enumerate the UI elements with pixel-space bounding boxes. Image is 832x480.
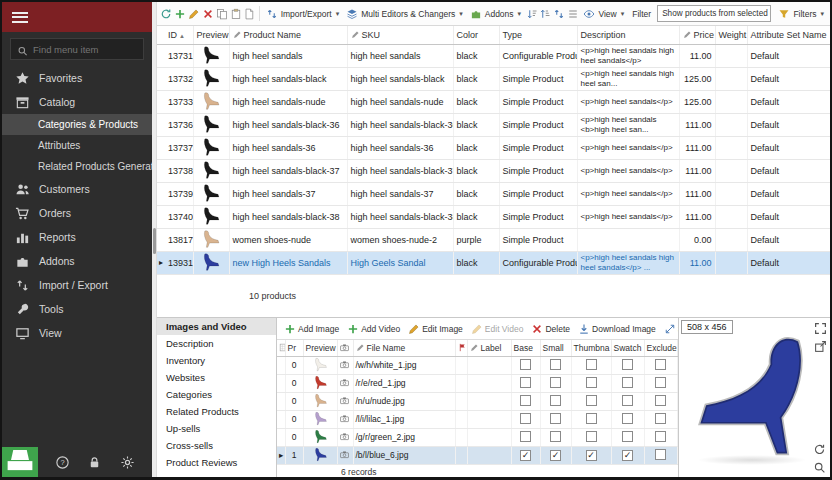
- exclude-checkbox[interactable]: [655, 377, 666, 388]
- view-menu[interactable]: View▾: [580, 6, 627, 22]
- multi-editors-menu[interactable]: Multi Editors & Changers▾: [343, 6, 466, 22]
- exclude-checkbox[interactable]: [655, 449, 666, 460]
- zoom-icon[interactable]: [813, 460, 826, 473]
- flag-column-header[interactable]: [455, 340, 467, 356]
- import-export-menu[interactable]: Import/Export▾: [263, 6, 343, 22]
- category-filter-select[interactable]: Show products from selected categories▾: [657, 5, 771, 22]
- image-row[interactable]: ▸1/b/l/blue_6.jpg✓✓✓✓: [277, 446, 677, 464]
- sort-asc-button[interactable]: [525, 5, 538, 23]
- image-row[interactable]: 0/n/u/nude.jpg: [277, 392, 677, 410]
- tab-images-and-video[interactable]: Images and Video: [157, 318, 276, 335]
- tab-categories[interactable]: Categories: [157, 386, 276, 403]
- small-checkbox[interactable]: [550, 377, 561, 388]
- sidebar-item-favorites[interactable]: Favorites: [2, 66, 152, 90]
- column-header-name[interactable]: Product Name: [229, 26, 347, 44]
- hamburger-menu-icon[interactable]: [12, 12, 28, 23]
- swatch-checkbox[interactable]: [622, 431, 633, 442]
- add-product-button[interactable]: [174, 5, 187, 23]
- sidebar-item-customers[interactable]: Customers: [2, 177, 152, 201]
- table-row[interactable]: 13731high heel sandalshigh heel sandalsb…: [157, 44, 830, 67]
- exclude-checkbox[interactable]: [655, 359, 666, 370]
- fullscreen-icon[interactable]: [814, 321, 827, 334]
- thumbnail-checkbox[interactable]: [586, 359, 597, 370]
- external-link-icon[interactable]: [814, 339, 827, 352]
- tab-product-reviews[interactable]: Product Reviews: [157, 454, 276, 471]
- column-header-base[interactable]: Base: [511, 340, 540, 356]
- add-video-button[interactable]: Add Video: [345, 321, 402, 337]
- camera-column-header[interactable]: [337, 340, 353, 356]
- column-header-label[interactable]: Label: [467, 340, 511, 356]
- small-checkbox[interactable]: [550, 413, 561, 424]
- column-header-color[interactable]: Color: [453, 26, 499, 44]
- column-header-description[interactable]: Description: [577, 26, 679, 44]
- tab-related-products[interactable]: Related Products: [157, 403, 276, 420]
- list-button[interactable]: [567, 5, 580, 23]
- column-header-exclude[interactable]: Exclude: [644, 340, 677, 356]
- delete-image-button[interactable]: Delete: [529, 321, 572, 337]
- thumbnail-checkbox[interactable]: [586, 377, 597, 388]
- base-checkbox[interactable]: ✓: [520, 450, 531, 461]
- small-checkbox[interactable]: [550, 395, 561, 406]
- column-header-position[interactable]: Pr: [285, 340, 303, 356]
- tab-inventory[interactable]: Inventory: [157, 352, 276, 369]
- sidebar-item-categories-products[interactable]: Categories & Products: [2, 114, 152, 135]
- swatch-checkbox[interactable]: [622, 395, 633, 406]
- exclude-checkbox[interactable]: [655, 431, 666, 442]
- column-header-type[interactable]: Type: [499, 26, 577, 44]
- rotate-icon[interactable]: [813, 442, 826, 455]
- small-checkbox[interactable]: [550, 359, 561, 370]
- column-header-id[interactable]: ID▲: [165, 26, 193, 44]
- small-checkbox[interactable]: ✓: [550, 450, 561, 461]
- swatch-checkbox[interactable]: ✓: [622, 450, 633, 461]
- set-resize-rule-button[interactable]: Set Resize Rule: [662, 321, 678, 337]
- store-button[interactable]: [2, 447, 38, 477]
- swatch-checkbox[interactable]: [622, 377, 633, 388]
- thumbnail-checkbox[interactable]: ✓: [586, 450, 597, 461]
- image-row[interactable]: 0/l/i/lilac_1.jpg: [277, 410, 677, 428]
- table-row[interactable]: 13736high heel sandals-black-36high heel…: [157, 113, 830, 136]
- column-header-thumbnail[interactable]: Thumbna: [571, 340, 611, 356]
- base-checkbox[interactable]: [520, 395, 531, 406]
- download-image-button[interactable]: Download Image: [576, 321, 658, 337]
- small-checkbox[interactable]: [550, 431, 561, 442]
- base-checkbox[interactable]: [520, 431, 531, 442]
- splitter-handle[interactable]: [153, 228, 156, 254]
- exclude-checkbox[interactable]: [655, 413, 666, 424]
- table-row[interactable]: 13739high heel sandals-37high heel sanda…: [157, 182, 830, 205]
- exclude-checkbox[interactable]: [655, 395, 666, 406]
- columns-button[interactable]: [243, 5, 256, 23]
- column-header-preview[interactable]: Preview: [193, 26, 229, 44]
- sidebar-item-related-products-generator[interactable]: Related Products Generator: [2, 156, 152, 177]
- addons-menu[interactable]: Addons▾: [467, 6, 524, 22]
- sidebar-item-reports[interactable]: Reports: [2, 225, 152, 249]
- edit-product-button[interactable]: [188, 5, 201, 23]
- column-header-small[interactable]: Small: [540, 340, 571, 356]
- sidebar-item-catalog[interactable]: Catalog: [2, 90, 152, 114]
- tab-websites[interactable]: Websites: [157, 369, 276, 386]
- table-row[interactable]: 13733high heel sandals-nudehigh heel san…: [157, 90, 830, 113]
- table-row[interactable]: 13737high heel sandals-36high heel sanda…: [157, 136, 830, 159]
- thumbnail-checkbox[interactable]: [586, 395, 597, 406]
- table-row[interactable]: 13738high heel sandals-black-37high heel…: [157, 159, 830, 182]
- table-row[interactable]: ▸13931new High Heels SandalsHigh Geels S…: [157, 251, 830, 274]
- sort-desc-button[interactable]: [539, 5, 552, 23]
- sidebar-item-attributes[interactable]: Attributes: [2, 135, 152, 156]
- table-row[interactable]: 13817women shoes-nudewomen shoes-nude-2p…: [157, 228, 830, 251]
- grid-marker-header[interactable]: [277, 340, 285, 356]
- sidebar-splitter[interactable]: [152, 2, 157, 477]
- sidebar-item-view[interactable]: View: [2, 321, 152, 345]
- swatch-checkbox[interactable]: [622, 359, 633, 370]
- column-header-weight[interactable]: Weight: [715, 26, 747, 44]
- help-button[interactable]: ?: [55, 455, 70, 470]
- column-header-file-name[interactable]: File Name: [353, 340, 455, 356]
- tab-description[interactable]: Description: [157, 335, 276, 352]
- paste-button[interactable]: [229, 5, 242, 23]
- refresh-button[interactable]: [160, 5, 173, 23]
- filters-menu[interactable]: Filters▾: [775, 6, 827, 22]
- column-header-attribute_set[interactable]: Attribute Set Name: [747, 26, 830, 44]
- delete-product-button[interactable]: [202, 5, 215, 23]
- sidebar-item-orders[interactable]: Orders: [2, 201, 152, 225]
- base-checkbox[interactable]: [520, 413, 531, 424]
- column-header-swatch[interactable]: Swatch: [611, 340, 644, 356]
- table-row[interactable]: 13740high heel sandals-black-38high heel…: [157, 205, 830, 228]
